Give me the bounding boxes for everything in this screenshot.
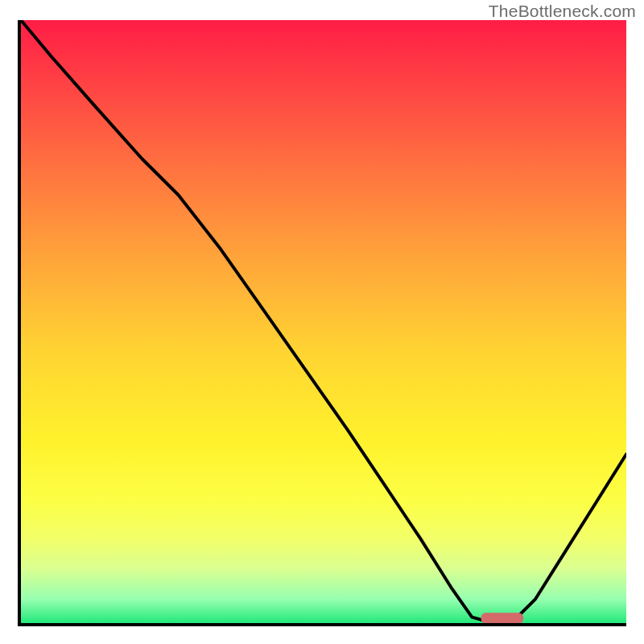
curve-layer xyxy=(21,20,626,623)
bottleneck-curve xyxy=(21,20,626,623)
optimal-range-marker xyxy=(481,613,524,624)
plot-area xyxy=(18,20,626,626)
bottleneck-chart: TheBottleneck.com xyxy=(0,0,644,644)
watermark-text: TheBottleneck.com xyxy=(489,2,636,21)
